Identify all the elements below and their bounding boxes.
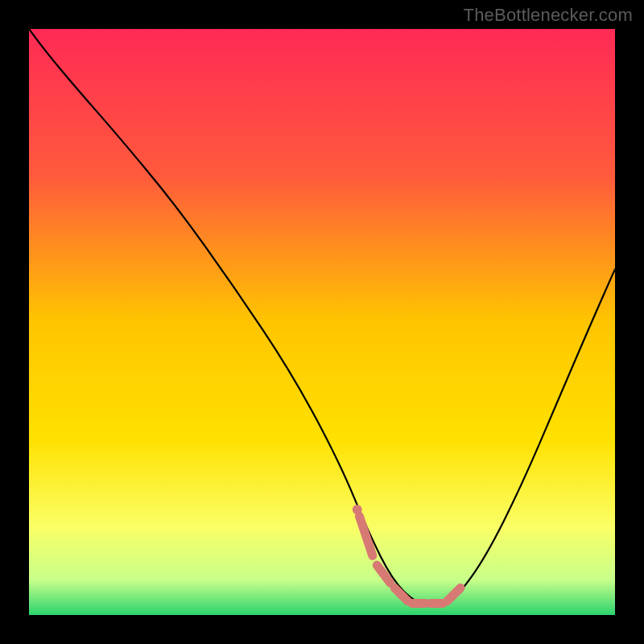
chart-svg bbox=[29, 29, 615, 615]
chart-background bbox=[29, 29, 615, 615]
watermark-text: TheBottlenecker.com bbox=[464, 5, 633, 26]
chart-plot-area bbox=[29, 29, 615, 615]
